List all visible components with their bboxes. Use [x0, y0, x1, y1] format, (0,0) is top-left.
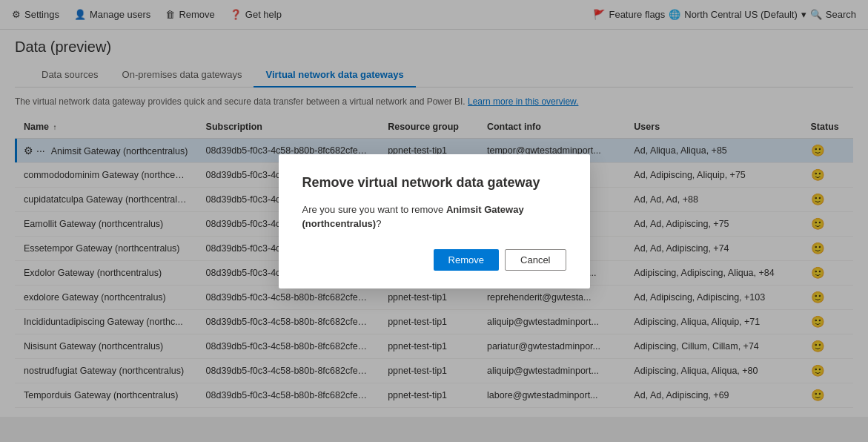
modal-body: Are you sure you want to remove Animsit …: [302, 202, 566, 231]
modal-cancel-button[interactable]: Cancel: [505, 249, 566, 271]
remove-modal: Remove virtual network data gateway Are …: [279, 154, 590, 288]
modal-overlay: Remove virtual network data gateway Are …: [0, 0, 868, 442]
modal-footer: Remove Cancel: [302, 249, 566, 271]
modal-title: Remove virtual network data gateway: [302, 175, 566, 191]
modal-body-prefix: Are you sure you want to remove: [302, 204, 446, 215]
modal-remove-button[interactable]: Remove: [434, 249, 499, 271]
modal-body-suffix: ?: [376, 218, 381, 229]
